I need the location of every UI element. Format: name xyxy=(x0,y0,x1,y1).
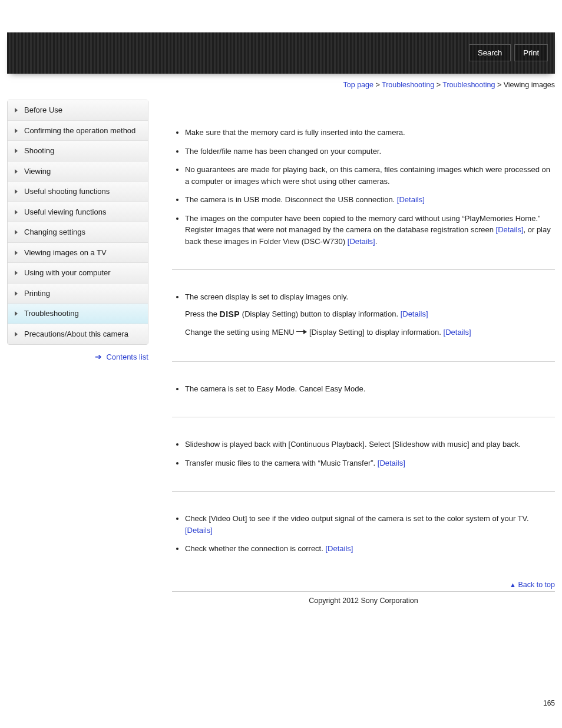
list-item: The folder/file name has been changed on… xyxy=(185,146,555,157)
sidebar-item[interactable]: Viewing xyxy=(8,162,148,182)
list-item: The screen display is set to display ima… xyxy=(185,291,555,339)
text: Transfer music files to the camera with … xyxy=(185,459,378,467)
sidebar-item[interactable]: Useful viewing functions xyxy=(8,202,148,223)
disp-icon: DISP xyxy=(220,308,240,321)
sidebar-item[interactable]: Changing settings xyxy=(8,222,148,243)
list-item: The camera is set to Easy Mode. Cancel E… xyxy=(185,383,555,395)
text: [Display Setting] to display information… xyxy=(307,328,443,337)
text: Check whether the connection is correct. xyxy=(185,544,325,553)
details-link[interactable]: [Details] xyxy=(401,309,428,318)
details-link[interactable]: [Details] xyxy=(444,328,471,337)
list-item: Make sure that the memory card is fully … xyxy=(185,127,555,139)
crumb-sep: > xyxy=(497,81,504,89)
text: The images on the computer have been cop… xyxy=(185,214,540,235)
text: Check [Video Out] to see if the video ou… xyxy=(185,514,529,523)
details-link[interactable]: [Details] xyxy=(397,195,425,204)
details-link[interactable]: [Details] xyxy=(325,544,353,553)
back-to-top-label[interactable]: Back to top xyxy=(518,581,555,589)
sub-instruction: Press the DISP (Display Setting) button … xyxy=(185,308,555,321)
section-easy-mode: The camera is set to Easy Mode. Cancel E… xyxy=(172,361,555,417)
copyright: Copyright 2012 Sony Corporation xyxy=(172,591,555,605)
sidebar-item[interactable]: Shooting xyxy=(8,141,148,162)
back-to-top[interactable]: ▲ Back to top xyxy=(172,581,555,589)
details-link[interactable]: [Details] xyxy=(378,459,405,467)
contents-list-label[interactable]: Contents list xyxy=(106,353,148,361)
main-content: Make sure that the memory card is fully … xyxy=(172,100,555,605)
page-number: 165 xyxy=(7,699,555,714)
text: The camera is in USB mode. Disconnect th… xyxy=(185,195,397,204)
details-link[interactable]: [Details] xyxy=(185,526,213,535)
sidebar-item[interactable]: Using with your computer xyxy=(8,263,148,284)
list-item: Slideshow is played back with [Continuou… xyxy=(185,439,555,450)
crumb-troubleshooting-2[interactable]: Troubleshooting xyxy=(442,81,495,89)
text: Change the setting using MENU xyxy=(185,328,296,337)
section-slideshow: Slideshow is played back with [Continuou… xyxy=(172,417,555,491)
crumb-sep: > xyxy=(375,81,382,89)
list-item: Check whether the connection is correct.… xyxy=(185,543,555,555)
search-button[interactable]: Search xyxy=(469,44,511,61)
list-item: No guarantees are made for playing back,… xyxy=(185,164,555,187)
sidebar-nav: Before UseConfirming the operation metho… xyxy=(7,100,148,345)
details-link[interactable]: [Details] xyxy=(348,237,375,246)
section-video-out: Check [Video Out] to see if the video ou… xyxy=(172,491,555,577)
list-item: The images on the computer have been cop… xyxy=(185,213,555,248)
list-item: Transfer music files to the camera with … xyxy=(185,457,555,469)
text: The screen display is set to display ima… xyxy=(185,292,348,301)
crumb-troubleshooting-1[interactable]: Troubleshooting xyxy=(382,81,434,89)
sidebar-item[interactable]: Precautions/About this camera xyxy=(8,324,148,344)
triangle-up-icon: ▲ xyxy=(510,581,516,588)
sidebar-item[interactable]: Viewing images on a TV xyxy=(8,243,148,263)
arrow-right-icon: ➔ xyxy=(95,352,102,361)
sidebar-item[interactable]: Confirming the operation method xyxy=(8,121,148,141)
breadcrumb: Top page > Troubleshooting > Troubleshoo… xyxy=(7,81,555,89)
header-bar: Search Print xyxy=(7,32,555,74)
text: Press the xyxy=(185,309,220,318)
list-item: Check [Video Out] to see if the video ou… xyxy=(185,513,555,536)
crumb-sep: > xyxy=(437,81,443,89)
text: (Display Setting) button to display info… xyxy=(240,309,400,318)
sidebar-item[interactable]: Troubleshooting xyxy=(8,304,148,324)
list-item: The camera is in USB mode. Disconnect th… xyxy=(185,194,555,206)
sidebar-item[interactable]: Printing xyxy=(8,284,148,304)
arrow-right-icon xyxy=(296,330,307,334)
text: . xyxy=(375,237,378,246)
crumb-current: Viewing images xyxy=(504,81,555,89)
print-button[interactable]: Print xyxy=(514,44,548,61)
sidebar-item[interactable]: Useful shooting functions xyxy=(8,182,148,202)
sub-instruction: Change the setting using MENU [Display S… xyxy=(185,327,555,339)
contents-list-link[interactable]: ➔ Contents list xyxy=(7,352,148,361)
details-link[interactable]: [Details] xyxy=(496,225,524,234)
crumb-top-page[interactable]: Top page xyxy=(343,81,373,89)
section-playback-issues: Make sure that the memory card is fully … xyxy=(172,100,555,269)
sidebar-item[interactable]: Before Use xyxy=(8,100,148,121)
section-screen-display: The screen display is set to display ima… xyxy=(172,269,555,361)
